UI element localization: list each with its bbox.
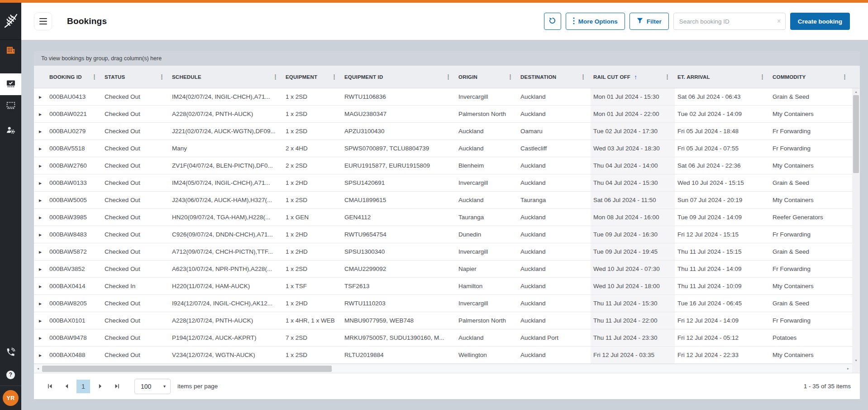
column-menu-icon[interactable]: ⋮ <box>758 72 766 82</box>
cell-origin: Auckland <box>456 329 518 346</box>
avatar[interactable]: YR <box>3 390 19 406</box>
column-header-et-arrival[interactable]: ET. ARRIVAL⋮ <box>675 66 770 88</box>
column-header-booking-id[interactable]: BOOKING ID⋮ <box>47 66 102 88</box>
table-row[interactable]: ▸000BAU0279Checked OutJ221(02/07/24, AUC… <box>34 123 852 140</box>
app-logo[interactable] <box>0 3 21 40</box>
column-header-destination[interactable]: DESTINATION⋮ <box>518 66 591 88</box>
table-row[interactable]: ▸000BAW2760Checked OutZV1F(04/07/24, BLE… <box>34 157 852 174</box>
expand-row-button[interactable]: ▸ <box>34 123 47 140</box>
expand-row-button[interactable]: ▸ <box>34 260 47 277</box>
table-row[interactable]: ▸000BAU0413Checked OutIM24(02/07/24, ING… <box>34 88 852 106</box>
cell-status: Checked Out <box>102 157 169 174</box>
table-row[interactable]: ▸000BAX0414Checked InH220(11/07/24, HAM-… <box>34 278 852 295</box>
column-header-equipment[interactable]: EQUIPMENT⋮ <box>283 66 342 88</box>
table-row[interactable]: ▸000BAW3985Checked OutHN20(09/07/24, TGA… <box>34 209 852 226</box>
refresh-button[interactable] <box>544 13 561 30</box>
column-menu-icon[interactable]: ⋮ <box>330 72 338 82</box>
table-row[interactable]: ▸000BAW8483Checked OutC926(09/07/24, DND… <box>34 226 852 243</box>
cell-equipment: 1 x GEN <box>283 209 342 226</box>
table-row[interactable]: ▸000BAW0133Checked OutIM24(05/07/24, ING… <box>34 174 852 192</box>
expand-row-button[interactable]: ▸ <box>34 209 47 226</box>
column-header-status[interactable]: STATUS⋮ <box>102 66 169 88</box>
horizontal-scrollbar-thumb[interactable] <box>42 366 332 372</box>
create-booking-button[interactable]: Create booking <box>790 13 850 30</box>
scroll-down-icon[interactable]: ▾ <box>852 357 860 364</box>
expand-row-button[interactable]: ▸ <box>34 278 47 294</box>
vertical-scrollbar-thumb[interactable] <box>853 95 859 173</box>
pager-prev-button[interactable] <box>60 380 73 393</box>
column-header-label: ET. ARRIVAL <box>677 74 710 80</box>
table-row[interactable]: ▸000BAW0221Checked OutA228(02/07/24, PNT… <box>34 106 852 123</box>
sidebar: ? YR <box>0 3 21 410</box>
expand-row-button[interactable]: ▸ <box>34 243 47 260</box>
expand-row-button[interactable]: ▸ <box>34 192 47 208</box>
expand-row-button[interactable]: ▸ <box>34 226 47 243</box>
vertical-scrollbar[interactable]: ▴ ▾ <box>852 88 860 364</box>
expand-row-button[interactable]: ▸ <box>34 88 47 105</box>
pager-first-button[interactable] <box>43 380 57 393</box>
expand-row-button[interactable]: ▸ <box>34 329 47 346</box>
group-by-drop-zone[interactable]: To view bookings by group, drag column(s… <box>34 51 860 66</box>
column-menu-icon[interactable]: ⋮ <box>841 72 849 82</box>
pager-next-button[interactable] <box>93 380 107 393</box>
column-header-schedule[interactable]: SCHEDULE⋮ <box>169 66 283 88</box>
horizontal-scrollbar[interactable]: ◂ ▸ <box>34 364 852 373</box>
column-menu-icon[interactable]: ⋮ <box>506 72 514 82</box>
expand-row-button[interactable]: ▸ <box>34 157 47 174</box>
expand-row-button[interactable]: ▸ <box>34 347 47 363</box>
filter-label: Filter <box>647 18 662 25</box>
filter-button[interactable]: Filter <box>630 13 669 30</box>
sidebar-item-help[interactable]: ? <box>0 364 21 386</box>
column-header-equipment-id[interactable]: EQUIPMENT ID⋮ <box>342 66 456 88</box>
table-row[interactable]: ▸000BAW5005Checked OutJ243(06/07/24, AUC… <box>34 192 852 209</box>
expand-row-button[interactable]: ▸ <box>34 312 47 329</box>
column-menu-icon[interactable]: ⋮ <box>579 72 587 82</box>
cell-commodity: Mty Containers <box>770 347 852 363</box>
expand-row-button[interactable]: ▸ <box>34 174 47 191</box>
sort-ascending-icon: ↑ <box>634 73 637 81</box>
menu-toggle-button[interactable] <box>34 12 52 30</box>
clear-search-icon[interactable]: × <box>777 18 781 25</box>
more-options-button[interactable]: More Options <box>566 13 625 30</box>
column-header-label: SCHEDULE <box>172 74 201 80</box>
cell-equipment: 1 x TSF <box>283 278 342 294</box>
cell-schedule: C926(09/07/24, DNDN-CHCH),A71... <box>169 226 283 243</box>
table-row[interactable]: ▸000BAW8205Checked OutI924(12/07/24, ING… <box>34 295 852 312</box>
page-size-select[interactable]: 100 ▾ <box>134 379 171 394</box>
column-menu-icon[interactable]: ⋮ <box>158 72 166 82</box>
column-menu-icon[interactable]: ⋮ <box>272 72 279 82</box>
pager-current-page[interactable]: 1 <box>76 380 90 393</box>
search-input[interactable] <box>673 13 786 30</box>
expand-row-button[interactable]: ▸ <box>34 140 47 157</box>
sidebar-item-locations[interactable] <box>0 40 21 62</box>
column-menu-icon[interactable]: ⋮ <box>663 72 671 82</box>
pager-last-button[interactable] <box>110 380 124 393</box>
column-menu-icon[interactable]: ⋮ <box>91 72 98 82</box>
table-row[interactable]: ▸000BAV5518Checked OutMany2 x 4HDSPWS070… <box>34 140 852 157</box>
bookings-table: BOOKING ID⋮STATUS⋮SCHEDULE⋮EQUIPMENT⋮EQU… <box>34 66 860 373</box>
sidebar-item-contact-support[interactable] <box>0 342 21 364</box>
cell-commodity: Potatoes <box>770 329 852 346</box>
table-row[interactable]: ▸000BAW9478Checked OutP194(12/07/24, AUC… <box>34 329 852 347</box>
cell-booking-id: 000BAV5518 <box>47 140 102 157</box>
expand-row-button[interactable]: ▸ <box>34 106 47 122</box>
cell-equipment-id: CMAU1899615 <box>342 192 456 208</box>
expand-row-button[interactable]: ▸ <box>34 295 47 312</box>
column-menu-icon[interactable]: ⋮ <box>444 72 452 82</box>
table-row[interactable]: ▸000BAX0101Checked OutA228(12/07/24, PNT… <box>34 312 852 329</box>
sidebar-item-containers[interactable] <box>0 95 21 117</box>
column-header-origin[interactable]: ORIGIN⋮ <box>456 66 518 88</box>
sidebar-item-user-management[interactable] <box>0 120 21 141</box>
table-row[interactable]: ▸000BAX0488Checked OutV234(12/07/24, WGT… <box>34 347 852 364</box>
cell-booking-id: 000BAW8483 <box>47 226 102 243</box>
scroll-up-icon[interactable]: ▴ <box>852 88 860 95</box>
scroll-right-icon[interactable]: ▸ <box>844 367 852 371</box>
column-header-rail-cut-off[interactable]: RAIL CUT OFF↑⋮ <box>591 66 675 88</box>
column-header-label: RAIL CUT OFF <box>593 74 630 80</box>
cell-equipment: 1 x 2SD <box>283 88 342 105</box>
scroll-left-icon[interactable]: ◂ <box>34 367 42 371</box>
sidebar-item-bookings[interactable] <box>0 73 21 95</box>
table-row[interactable]: ▸000BAV3852Checked OutA623(10/07/24, NPR… <box>34 260 852 278</box>
column-header-commodity[interactable]: COMMODITY⋮ <box>770 66 852 88</box>
table-row[interactable]: ▸000BAW5872Checked OutA712(09/07/24, CHC… <box>34 243 852 260</box>
